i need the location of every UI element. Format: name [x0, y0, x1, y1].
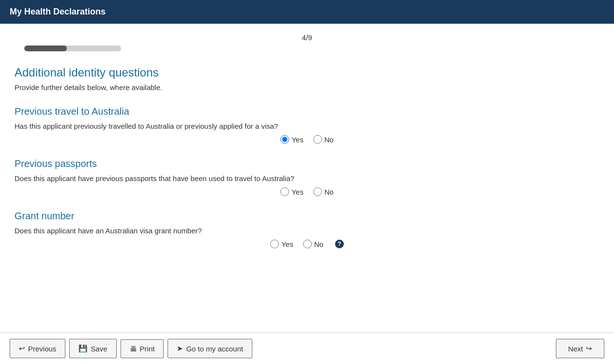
- grant-number-no-radio[interactable]: [303, 240, 312, 248]
- section-grant-number-title: Grant number: [15, 211, 599, 222]
- progress-bar-fill: [24, 46, 67, 51]
- app-header: My Health Declarations: [0, 0, 614, 24]
- page-title: Additional identity questions: [15, 66, 599, 79]
- previous-travel-radio-group: Yes No: [15, 135, 599, 144]
- grant-number-radio-group: Yes No ?: [15, 240, 599, 248]
- previous-passports-yes-radio[interactable]: [280, 187, 289, 196]
- grant-number-yes-radio[interactable]: [270, 240, 279, 248]
- progress-container: 4/9: [15, 33, 599, 51]
- section-previous-passports-title: Previous passports: [15, 158, 599, 169]
- previous-travel-no-label[interactable]: No: [313, 135, 334, 144]
- previous-travel-no-text: No: [324, 136, 334, 144]
- progress-bar-track: [24, 46, 121, 51]
- grant-number-yes-text: Yes: [281, 240, 293, 248]
- page-subtitle: Provide further details below, where ava…: [15, 83, 599, 91]
- grant-number-no-label[interactable]: No: [303, 240, 323, 248]
- main-content: 4/9 Additional identity questions Provid…: [0, 24, 614, 302]
- section-previous-travel-title: Previous travel to Australia: [15, 106, 599, 117]
- section-previous-travel-question: Has this applicant previously travelled …: [15, 122, 599, 130]
- section-previous-passports: Previous passports Does this applicant h…: [15, 158, 599, 196]
- previous-travel-yes-label[interactable]: Yes: [280, 135, 303, 144]
- previous-travel-yes-radio[interactable]: [280, 135, 289, 144]
- grant-number-no-text: No: [314, 240, 323, 248]
- previous-passports-yes-text: Yes: [292, 188, 303, 196]
- previous-passports-radio-group: Yes No: [15, 187, 599, 196]
- previous-travel-no-radio[interactable]: [313, 135, 322, 144]
- grant-number-info-icon[interactable]: ?: [335, 240, 344, 248]
- previous-passports-no-text: No: [324, 188, 334, 196]
- previous-passports-yes-label[interactable]: Yes: [280, 187, 303, 196]
- previous-travel-yes-text: Yes: [292, 136, 303, 144]
- progress-label: 4/9: [15, 33, 599, 42]
- section-previous-passports-question: Does this applicant have previous passpo…: [15, 174, 599, 182]
- previous-passports-no-label[interactable]: No: [313, 187, 334, 196]
- section-previous-travel: Previous travel to Australia Has this ap…: [15, 106, 599, 144]
- section-grant-number: Grant number Does this applicant have an…: [15, 211, 599, 248]
- grant-number-yes-label[interactable]: Yes: [270, 240, 293, 248]
- app-title: My Health Declarations: [10, 7, 106, 16]
- section-grant-number-question: Does this applicant have an Australian v…: [15, 227, 599, 235]
- previous-passports-no-radio[interactable]: [313, 187, 322, 196]
